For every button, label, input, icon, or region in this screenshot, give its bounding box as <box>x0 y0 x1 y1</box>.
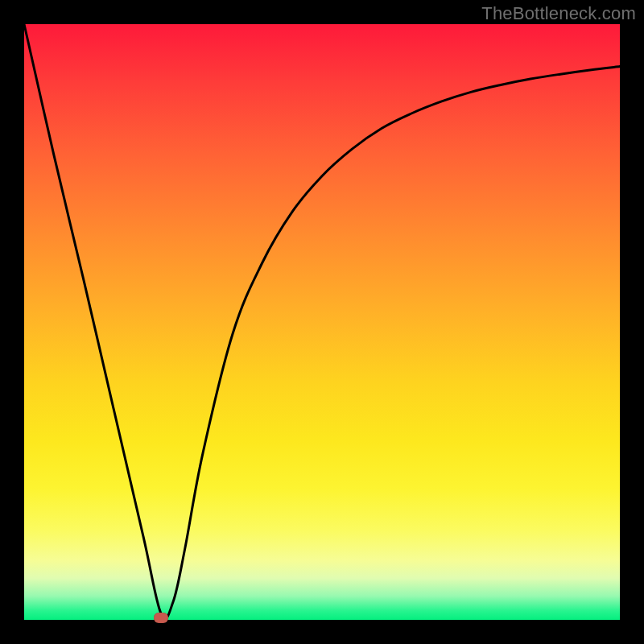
optimum-point-marker <box>154 613 168 623</box>
watermark-text: TheBottleneck.com <box>481 3 636 24</box>
chart-stage: TheBottleneck.com <box>0 0 644 644</box>
curve-svg <box>24 24 620 620</box>
bottleneck-curve <box>24 24 620 619</box>
